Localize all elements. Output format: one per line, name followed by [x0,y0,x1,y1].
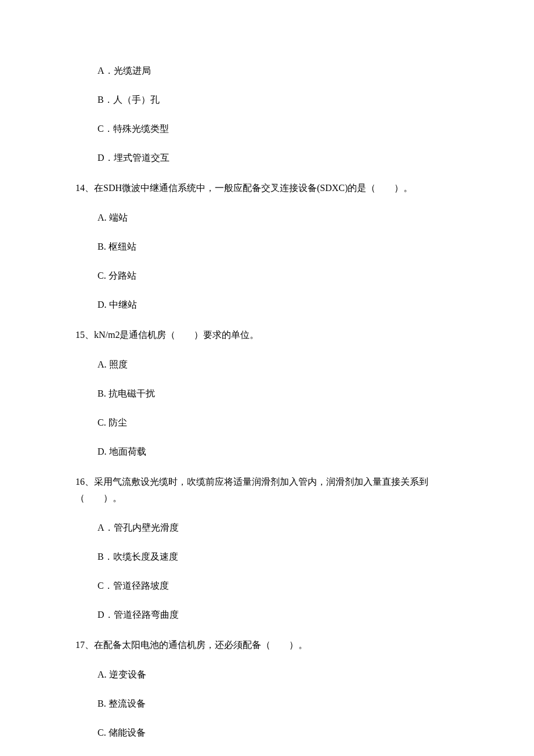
q16-option-b: B．吹缆长度及速度 [98,550,459,564]
q13-option-a: A．光缆进局 [98,64,459,78]
q13-option-c: C．特殊光缆类型 [98,122,459,136]
document-page: A．光缆进局 B．人（手）孔 C．特殊光缆类型 D．埋式管道交互 14、在SDH… [0,0,534,756]
q17-option-a: A. 逆变设备 [98,668,459,682]
q17-stem: 17、在配备太阳电池的通信机房，还必须配备（ ）。 [75,637,459,653]
q17-option-b: B. 整流设备 [98,697,459,711]
q16-option-c: C．管道径路坡度 [98,579,459,593]
q14-option-a: A. 端站 [98,211,459,225]
q16-stem: 16、采用气流敷设光缆时，吹缆前应将适量润滑剂加入管内，润滑剂加入量直接关系到（… [75,474,459,505]
q14-option-c: C. 分路站 [98,269,459,283]
q15-stem: 15、kN/m2是通信机房（ ）要求的单位。 [75,327,459,343]
q14-option-b: B. 枢纽站 [98,240,459,254]
q15-option-d: D. 地面荷载 [98,445,459,459]
q14-option-d: D. 中继站 [98,298,459,312]
q13-option-b: B．人（手）孔 [98,93,459,107]
q14-stem: 14、在SDH微波中继通信系统中，一般应配备交叉连接设备(SDXC)的是（ ）。 [75,180,459,196]
q15-option-a: A. 照度 [98,358,459,372]
q13-option-d: D．埋式管道交互 [98,151,459,165]
q15-option-b: B. 抗电磁干扰 [98,387,459,401]
q16-option-a: A．管孔内壁光滑度 [98,521,459,535]
q15-option-c: C. 防尘 [98,416,459,430]
q17-option-c: C. 储能设备 [98,726,459,740]
q16-option-d: D．管道径路弯曲度 [98,608,459,622]
